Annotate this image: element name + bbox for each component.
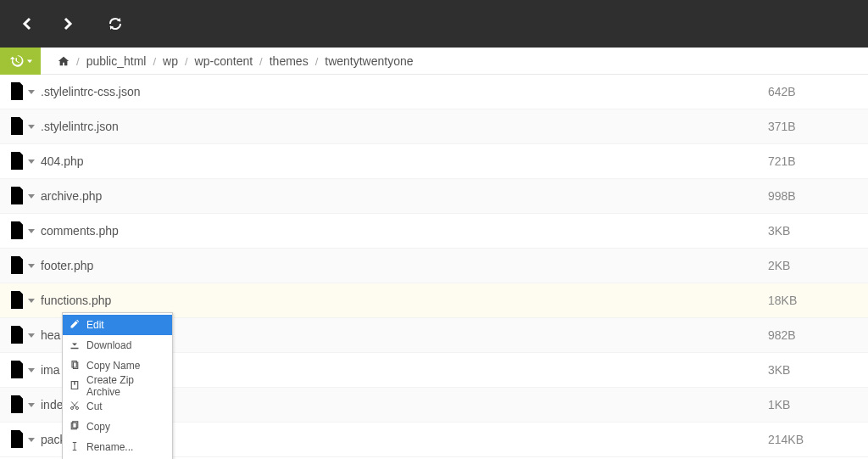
history-button[interactable] xyxy=(0,48,41,75)
code-file-icon xyxy=(8,255,25,276)
file-menu-caret[interactable] xyxy=(27,436,36,443)
file-row[interactable]: comments.php3KB xyxy=(0,214,868,249)
file-size: 2KB xyxy=(768,259,819,272)
breadcrumb-bar: /public_html/wp/wp-content/themes/twenty… xyxy=(0,48,868,75)
file-name[interactable]: .stylelintrc.json xyxy=(41,120,768,133)
breadcrumb-segment[interactable]: public_html xyxy=(86,54,147,68)
breadcrumb-home[interactable] xyxy=(58,55,70,67)
file-size: 1KB xyxy=(768,398,819,411)
breadcrumb-segment[interactable]: themes xyxy=(270,54,309,68)
code-file-icon xyxy=(8,151,25,171)
chevron-left-icon xyxy=(20,17,34,31)
breadcrumb-segment[interactable]: wp xyxy=(163,54,178,68)
file-menu-caret[interactable] xyxy=(27,262,36,269)
context-menu-zip[interactable]: Create Zip Archive xyxy=(63,376,172,396)
file-name[interactable]: footer.php xyxy=(41,259,768,272)
back-button[interactable] xyxy=(7,0,47,48)
context-menu-cut[interactable]: Cut xyxy=(63,396,172,417)
code-file-icon xyxy=(8,395,25,415)
copy-icon xyxy=(70,421,80,434)
file-row[interactable]: .stylelintrc-css.json642B xyxy=(0,75,868,109)
file-name[interactable]: comments.php xyxy=(41,224,768,238)
context-menu-copyname[interactable]: Copy Name xyxy=(63,355,172,376)
cut-icon xyxy=(70,400,80,413)
context-menu-label: Download xyxy=(86,339,131,351)
file-menu-caret[interactable] xyxy=(27,227,36,234)
refresh-button[interactable] xyxy=(95,0,136,48)
context-menu-rename[interactable]: Rename... xyxy=(63,437,172,457)
refresh-icon xyxy=(108,17,122,31)
breadcrumb-separator: / xyxy=(259,55,263,68)
copyname-icon xyxy=(70,360,80,372)
file-size: 3KB xyxy=(768,224,819,238)
context-menu-label: Rename... xyxy=(86,441,133,453)
file-menu-caret[interactable] xyxy=(27,88,36,95)
context-menu-copy[interactable]: Copy xyxy=(63,417,172,437)
file-size: 982B xyxy=(768,328,819,342)
context-menu-edit[interactable]: Edit xyxy=(63,315,172,335)
context-menu-label: Copy Name xyxy=(86,360,140,372)
zip-icon xyxy=(70,380,80,393)
file-name[interactable]: .stylelintrc-css.json xyxy=(41,85,768,98)
file-size: 998B xyxy=(768,189,819,203)
code-file-icon xyxy=(8,221,25,241)
breadcrumb-segment[interactable]: wp-content xyxy=(195,54,253,68)
context-menu-download[interactable]: Download xyxy=(63,335,172,355)
context-menu-label: Create Zip Archive xyxy=(86,374,165,398)
file-menu-caret[interactable] xyxy=(27,332,36,339)
breadcrumb-separator: / xyxy=(76,55,80,68)
file-size: 721B xyxy=(768,154,819,168)
breadcrumb-segment[interactable]: twentytwentyone xyxy=(325,54,413,68)
code-file-icon xyxy=(8,116,25,137)
file-menu-caret[interactable] xyxy=(27,297,36,304)
file-row[interactable]: archive.php998B xyxy=(0,179,868,214)
breadcrumb-separator: / xyxy=(153,55,156,68)
file-row[interactable]: footer.php2KB xyxy=(0,249,868,283)
breadcrumb-separator: / xyxy=(185,55,188,68)
file-size: 371B xyxy=(768,120,819,133)
code-file-icon xyxy=(8,360,25,380)
history-icon xyxy=(9,53,25,69)
file-name[interactable]: 404.php xyxy=(41,154,768,168)
file-size: 18KB xyxy=(768,294,819,307)
caret-down-icon xyxy=(27,59,32,64)
context-menu-label: Cut xyxy=(86,400,103,412)
home-icon xyxy=(58,55,70,67)
file-name[interactable]: archive.php xyxy=(41,189,768,203)
code-file-icon xyxy=(8,186,25,206)
download-icon xyxy=(70,339,80,352)
edit-icon xyxy=(70,319,80,332)
breadcrumb-separator: / xyxy=(315,55,319,68)
code-file-icon xyxy=(8,81,25,102)
file-menu-caret[interactable] xyxy=(27,158,36,165)
file-size: 3KB xyxy=(768,363,819,377)
file-menu-caret[interactable] xyxy=(27,367,36,373)
context-menu-label: Edit xyxy=(86,319,104,331)
file-size: 642B xyxy=(768,85,819,98)
context-menu: EditDownloadCopy NameCreate Zip ArchiveC… xyxy=(62,312,173,457)
rename-icon xyxy=(70,441,80,454)
file-size: 214KB xyxy=(768,433,819,446)
file-menu-caret[interactable] xyxy=(27,401,36,408)
file-name[interactable]: functions.php xyxy=(41,294,768,307)
chevron-right-icon xyxy=(61,17,75,31)
file-menu-caret[interactable] xyxy=(27,193,36,199)
topbar xyxy=(0,0,868,48)
code-file-icon xyxy=(8,290,25,311)
file-menu-caret[interactable] xyxy=(27,123,36,130)
file-row[interactable]: 404.php721B xyxy=(0,144,868,179)
code-file-icon xyxy=(8,429,25,450)
context-menu-label: Copy xyxy=(86,421,110,433)
file-row[interactable]: .stylelintrc.json371B xyxy=(0,109,868,144)
forward-button[interactable] xyxy=(47,0,88,48)
code-file-icon xyxy=(8,325,25,345)
